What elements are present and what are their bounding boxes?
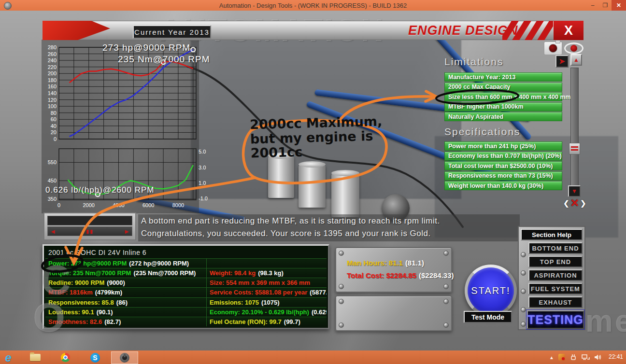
tab-fuel-system[interactable]: FUEL SYSTEM xyxy=(528,283,583,294)
specifications-title: Specifications xyxy=(444,126,521,138)
volume-icon[interactable] xyxy=(594,353,602,361)
limitation-item-5[interactable]: Naturally Aspirated xyxy=(444,112,562,121)
visibility-eye-icon[interactable] xyxy=(564,42,583,54)
specification-item-4[interactable]: Responsiveness more than 73 (15%) xyxy=(444,171,562,181)
svg-text:60: 60 xyxy=(51,116,57,122)
svg-text:450: 450 xyxy=(48,178,57,183)
svg-text:550: 550 xyxy=(48,159,57,165)
taskbar-item-file-explorer[interactable] xyxy=(21,351,49,364)
economy-chart: 350450550-1.01.03.05.002000400060008000 xyxy=(43,146,198,211)
carousel-right-arrow-icon[interactable]: ► xyxy=(124,228,130,235)
specification-item-1[interactable]: Power more than 241 hp (25%) xyxy=(444,141,562,151)
tab-bottom-end[interactable]: BOTTOM END xyxy=(528,242,583,254)
tab-top-end[interactable]: TOP END xyxy=(528,256,583,267)
stats-cell: Weight: 98.4 kg(98.3 kg) xyxy=(207,268,327,278)
svg-text:2000: 2000 xyxy=(83,202,94,208)
up-arrow-icon: ▲ xyxy=(573,56,579,63)
down-arrow-icon: ▼ xyxy=(571,188,577,195)
specification-item-3[interactable]: Total cost lower than $2500.00 (10%) xyxy=(444,161,562,170)
svg-text:1.0: 1.0 xyxy=(199,180,206,186)
scrollbar-track[interactable] xyxy=(570,68,579,188)
maximize-button[interactable]: ❐ xyxy=(599,0,612,11)
system-tray: ▲ 22:41 xyxy=(549,350,623,364)
tab-testing[interactable]: TESTING xyxy=(526,310,584,329)
limitation-item-4[interactable]: MTBF higher than 1000km xyxy=(444,102,562,112)
svg-text:280: 280 xyxy=(48,44,57,50)
svg-text:120: 120 xyxy=(48,97,57,103)
right-arrow-icon: ➤ xyxy=(559,57,565,66)
skype-icon: S xyxy=(90,353,100,363)
taskbar-item-automation[interactable] xyxy=(111,351,138,364)
limitation-item-1[interactable]: Manufacture Year: 2013 xyxy=(444,72,562,82)
limitation-item-2[interactable]: 2000 cc Max Capacity xyxy=(444,83,562,92)
stats-cell: MTBF: 1816km(4799km) xyxy=(45,288,207,297)
tab-exhaust[interactable]: EXHAUST xyxy=(528,296,583,308)
current-year-label: Current Year 2013 xyxy=(133,25,211,39)
chevron-right-icon: ❯ xyxy=(580,199,586,208)
specification-item-5[interactable]: Weight lower than 140.0 kg (30%) xyxy=(444,181,562,190)
svg-text:3.0: 3.0 xyxy=(199,165,206,170)
limitation-item-3[interactable]: Size less than 600 mm x 400 mm x 400 mm xyxy=(444,92,562,101)
man-hours-line: Man Hours: 81.1(81.1) xyxy=(347,259,424,267)
svg-text:0: 0 xyxy=(54,136,57,142)
stats-row-1: Power: 273 hp@9000 RPM(272 hp@9000 RPM) xyxy=(45,258,327,268)
svg-text:240: 240 xyxy=(48,57,57,63)
carousel-left-arrow-icon[interactable]: ◄ xyxy=(50,228,56,235)
screenshot-camera-icon[interactable] xyxy=(544,42,562,55)
scroll-down-button[interactable]: ▼ xyxy=(568,185,581,197)
taskbar-item-internet-explorer[interactable]: e xyxy=(0,351,16,364)
svg-text:180: 180 xyxy=(48,77,57,83)
svg-text:160: 160 xyxy=(48,84,57,89)
taskbar-item-chrome[interactable] xyxy=(51,351,79,364)
svg-text:80: 80 xyxy=(51,110,57,116)
engine-name: 2001 cc SOHC DI 24V Inline 6 xyxy=(48,249,146,256)
stats-cell: Smoothness: 82.6(82.7) xyxy=(45,317,207,326)
stats-cell: Size: 554 mm x 369 mm x 366 mm xyxy=(207,278,327,287)
carousel-display xyxy=(47,216,132,225)
scroll-up-button[interactable]: ▲ xyxy=(570,54,582,66)
economy-min-label: 0.626 lb/(hph)@2600 RPM xyxy=(45,185,154,195)
hidden-icons-arrow[interactable]: ▲ xyxy=(549,355,554,360)
clock[interactable]: 22:41 xyxy=(609,354,623,360)
stats-row-6: Loudness: 90.1(90.1)Economy: 20.10% - 0.… xyxy=(45,307,327,317)
power-plug-icon[interactable] xyxy=(569,353,577,361)
taskbar-item-skype[interactable]: S xyxy=(81,351,109,364)
total-cost-line: Total Cost: $2284.85($2284.33) xyxy=(347,271,454,280)
section-help-button[interactable]: Section Help xyxy=(521,229,583,240)
svg-text:8000: 8000 xyxy=(172,202,184,208)
stats-row-3: Redline: 9000 RPM(9000)Size: 554 mm x 36… xyxy=(45,278,327,287)
stats-cell: Power: 273 hp@9000 RPM(272 hp@9000 RPM) xyxy=(45,259,207,268)
power-peak-label: 273 hp@9000 RPM xyxy=(102,42,190,53)
svg-text:100: 100 xyxy=(48,103,57,109)
close-window-button[interactable]: ✕ xyxy=(612,0,626,11)
stats-cell: Fuel Octane (RON): 99.7(99.7) xyxy=(207,317,327,326)
stats-cell: Service Costs: $5881.08 per year(5877.20… xyxy=(207,288,327,297)
engine-design-close-button[interactable]: X xyxy=(554,21,583,40)
start-button[interactable]: START! xyxy=(465,265,517,317)
stats-cell: Responsiveness: 85.8(86) xyxy=(45,298,207,307)
header-stripes xyxy=(502,21,553,40)
taskbar: e S ▲ xyxy=(0,350,626,364)
internet-explorer-icon: e xyxy=(5,351,11,364)
tab-aspiration[interactable]: ASPIRATION xyxy=(528,269,583,281)
stats-cell: Emissions: 1075(1075) xyxy=(207,298,327,307)
network-icon[interactable] xyxy=(582,353,590,361)
scrollbar-handle[interactable] xyxy=(569,143,580,154)
test-mode-button[interactable]: Test Mode xyxy=(464,311,512,323)
chevron-left-icon: ❮ xyxy=(563,199,569,208)
automation-icon xyxy=(120,353,129,363)
svg-text:140: 140 xyxy=(48,90,57,96)
minimize-button[interactable]: – xyxy=(586,0,599,11)
red-x-icon: ✕ xyxy=(570,197,579,210)
chrome-icon xyxy=(61,353,70,362)
camera-reset-control[interactable]: ❮ ✕ ❯ xyxy=(563,197,586,210)
window-titlebar: Automation - Design Tools - (WORK IN PRO… xyxy=(0,0,626,11)
tray-app-icon[interactable] xyxy=(558,354,565,361)
testing-label: TESTING xyxy=(527,313,583,327)
limitations-title: Limitations xyxy=(444,56,503,68)
cost-plate-bottom xyxy=(335,295,452,331)
specification-item-2[interactable]: Economy less than 0.707 lb/(hph) (20%) xyxy=(444,152,562,161)
stats-row-5: Responsiveness: 85.8(86)Emissions: 1075(… xyxy=(45,297,327,307)
limitations-next-arrow-button[interactable]: ➤ xyxy=(555,55,569,68)
message-line-1: A bottom end part is reducing the MTBF, … xyxy=(141,216,440,226)
